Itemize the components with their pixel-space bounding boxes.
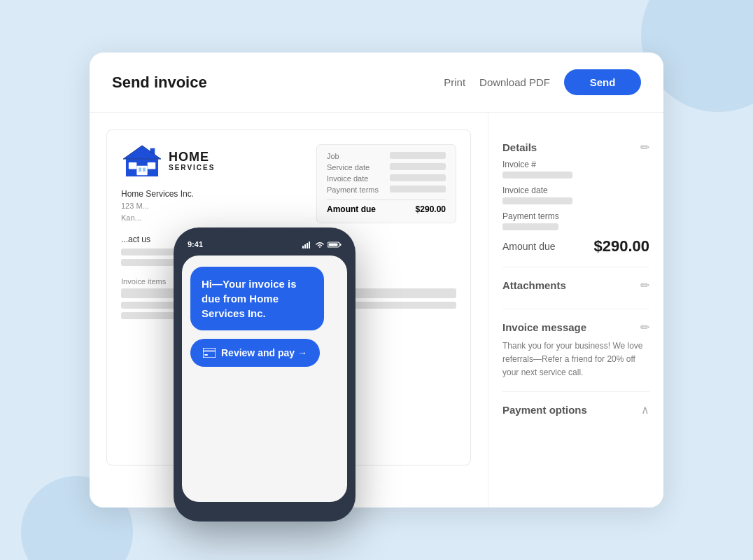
service-date-label: Service date (327, 163, 370, 172)
review-pay-label: Review and pay → (221, 347, 307, 358)
svg-rect-18 (204, 354, 208, 356)
payment-terms-row: Payment terms (502, 211, 649, 230)
svg-marker-0 (123, 146, 161, 159)
svg-rect-12 (309, 241, 310, 248)
svg-rect-9 (302, 246, 304, 248)
payment-terms-label: Payment terms (502, 211, 649, 221)
svg-rect-5 (139, 168, 141, 172)
svg-rect-6 (143, 168, 146, 172)
svg-rect-16 (203, 348, 216, 358)
invoice-message-edit-icon[interactable]: ✏ (640, 321, 649, 334)
svg-rect-2 (129, 162, 137, 169)
invoice-number-label: Invoice # (502, 160, 649, 169)
details-header: Details ✏ (502, 141, 649, 154)
company-logo: HOME SERVICES (121, 144, 305, 178)
svg-rect-11 (307, 243, 308, 248)
page-title: Send invoice (112, 74, 430, 92)
svg-rect-10 (304, 244, 306, 248)
card-icon (203, 348, 216, 358)
wifi-icon (315, 241, 325, 248)
invoice-date-label: Invoice date (502, 186, 649, 195)
invoice-message-header: Invoice message ✏ (502, 321, 649, 334)
invoice-details-box: Job Service date Invoice date Payme (316, 144, 456, 223)
service-date-value (390, 163, 446, 170)
signal-icon (302, 241, 312, 248)
invoice-number-row: Invoice # (502, 160, 649, 178)
inv-row-service-date: Service date (327, 163, 446, 172)
company-name: Home Services Inc. (121, 189, 305, 199)
review-and-pay-button[interactable]: Review and pay → (190, 339, 320, 367)
attachments-edit-icon[interactable]: ✏ (640, 279, 649, 292)
main-card: Send invoice Print Download PDF Send (90, 52, 663, 507)
inv-row-invoice-date: Invoice date (327, 174, 446, 183)
right-panel: Details ✏ Invoice # Invoice date Payment… (488, 113, 663, 507)
invoice-message-body: Thank you for your business! We love ref… (502, 340, 649, 380)
payment-options-header: Payment options ∧ (502, 403, 649, 416)
job-label: Job (327, 152, 339, 160)
download-pdf-button[interactable]: Download PDF (479, 76, 550, 88)
svg-rect-17 (203, 350, 216, 352)
invoice-date-row: Invoice date (502, 186, 649, 204)
attachments-title: Attachments (502, 279, 566, 291)
payment-options-title: Payment options (502, 404, 587, 416)
send-button[interactable]: Send (564, 69, 641, 95)
print-button[interactable]: Print (444, 76, 465, 88)
details-section: Details ✏ Invoice # Invoice date Payment… (502, 130, 649, 267)
attachments-header: Attachments ✏ (502, 279, 649, 292)
svg-rect-14 (340, 244, 342, 246)
invoice-preview: HOME SERVICES Home Services Inc. 123 M..… (90, 113, 488, 507)
invoice-message-title: Invoice message (502, 321, 586, 333)
svg-rect-7 (150, 148, 155, 157)
home-logo-icon (121, 144, 163, 178)
svg-rect-4 (136, 166, 147, 175)
addr-line1: 123 M... (121, 202, 149, 210)
payment-options-chevron-icon[interactable]: ∧ (641, 403, 649, 416)
amount-due-row: Amount due $290.00 (502, 237, 649, 255)
status-icons (302, 241, 342, 248)
payment-terms-value (390, 186, 446, 192)
card-body: HOME SERVICES Home Services Inc. 123 M..… (90, 113, 663, 507)
inv-amount-row: Amount due $290.00 (327, 200, 446, 214)
chat-notification-bubble: Hi—Your invoice is due from Home Service… (190, 267, 324, 330)
phone-screen: Hi—Your invoice is due from Home Service… (182, 255, 347, 502)
phone-mockup: 9:41 (174, 227, 356, 522)
company-info: Home Services Inc. 123 M... Kan... (121, 189, 305, 223)
notification-message: Hi—Your invoice is due from Home Service… (202, 278, 297, 319)
battery-icon (328, 241, 342, 248)
invoice-number-value (502, 172, 572, 178)
company-address: 123 M... Kan... (121, 200, 305, 223)
invoice-top-row: HOME SERVICES Home Services Inc. 123 M..… (121, 144, 456, 223)
amount-due-label-inv: Amount due (327, 204, 376, 214)
logo-text: HOME SERVICES (169, 150, 215, 172)
logo-home-text: HOME (169, 150, 215, 164)
attachments-section: Attachments ✏ (502, 267, 649, 309)
phone-time: 9:41 (188, 240, 203, 248)
details-title: Details (502, 141, 537, 153)
amount-due-value: $290.00 (593, 237, 649, 255)
payment-terms-value (502, 223, 558, 230)
payment-terms-label: Payment terms (327, 186, 379, 194)
details-edit-icon[interactable]: ✏ (640, 141, 649, 154)
amount-due-value-inv: $290.00 (416, 204, 446, 214)
amount-due-label: Amount due (502, 241, 556, 252)
credit-card-icon (203, 348, 216, 358)
inv-row-payment-terms: Payment terms (327, 186, 446, 194)
invoice-message-section: Invoice message ✏ Thank you for your bus… (502, 309, 649, 392)
phone-shell: 9:41 (174, 227, 356, 522)
logo-services-text: SERVICES (169, 164, 215, 172)
invoice-date-label: Invoice date (327, 174, 368, 183)
inv-row-job: Job (327, 152, 446, 160)
invoice-date-value (390, 174, 446, 181)
phone-notch (230, 227, 300, 244)
svg-rect-15 (329, 243, 338, 246)
job-value (390, 152, 446, 159)
invoice-date-value (502, 197, 572, 204)
svg-rect-3 (148, 162, 156, 169)
card-header: Send invoice Print Download PDF Send (90, 52, 663, 113)
payment-options-section: Payment options ∧ (502, 392, 649, 433)
addr-line2: Kan... (121, 214, 141, 222)
